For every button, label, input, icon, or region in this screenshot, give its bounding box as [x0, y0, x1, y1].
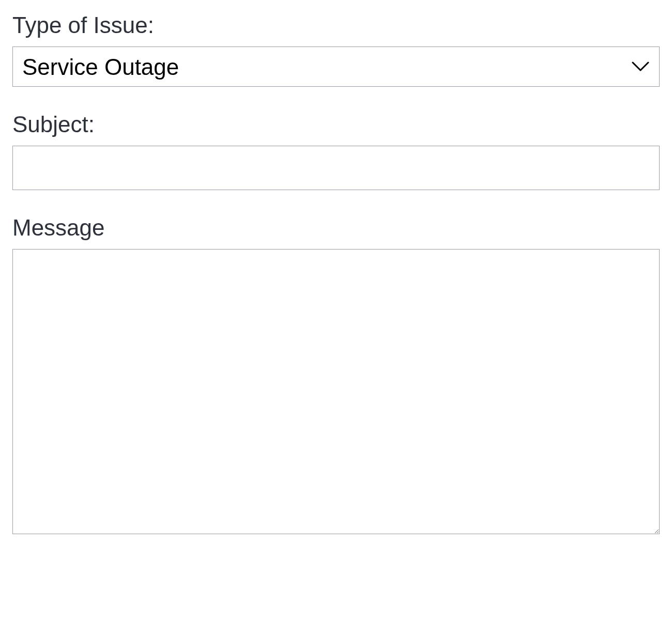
subject-input[interactable] [12, 146, 660, 190]
message-group: Message [12, 215, 660, 534]
subject-group: Subject: [12, 112, 660, 190]
issue-type-select[interactable]: Service Outage [12, 46, 660, 87]
message-label: Message [12, 215, 660, 241]
issue-type-label: Type of Issue: [12, 12, 660, 38]
subject-label: Subject: [12, 112, 660, 137]
message-textarea[interactable] [12, 249, 660, 534]
issue-type-group: Type of Issue: Service Outage [12, 12, 660, 87]
issue-type-select-wrapper: Service Outage [12, 46, 660, 87]
